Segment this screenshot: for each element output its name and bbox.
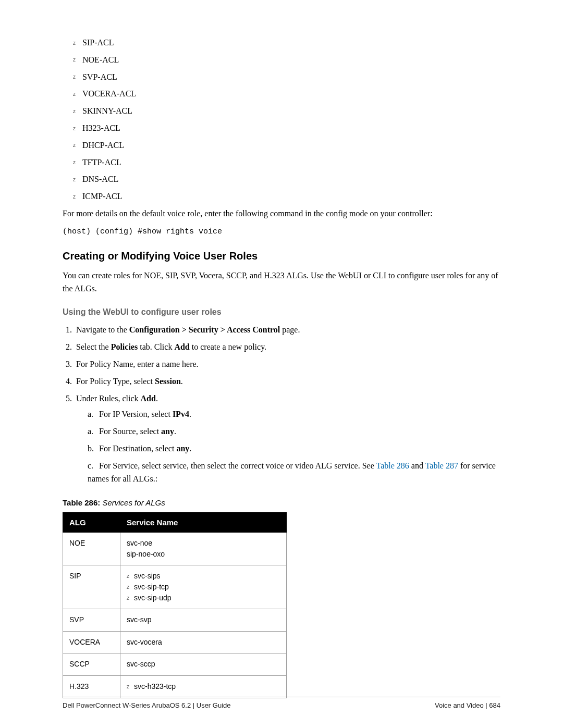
cell-alg: SVP (63, 609, 120, 631)
text: . (174, 427, 176, 436)
text: For Source, select (99, 427, 161, 436)
table-row: SCCPsvc-sccp (63, 653, 287, 676)
footer-left: Dell PowerConnect W-Series ArubaOS 6.2 |… (63, 701, 231, 709)
text: . (189, 410, 191, 418)
substep-c: c.For Service, select service, then sele… (88, 460, 500, 486)
services-table: ALG Service Name NOEsvc-noesip-noe-oxoSI… (63, 512, 287, 698)
table-row: SIPsvc-sipssvc-sip-tcpsvc-sip-udp (63, 565, 287, 609)
list-item: H323-ACL (73, 122, 500, 135)
steps-list: Navigate to the Configuration > Security… (63, 324, 500, 485)
caption-number: Table 286: (63, 498, 100, 507)
substep-b: b.For Destination, select any. (88, 442, 500, 455)
table-row: VOCERAsvc-vocera (63, 631, 287, 653)
service-name: svc-h323-tcp (134, 682, 176, 690)
list-item: SVP-ACL (73, 71, 500, 84)
bold-text: Add (174, 342, 189, 351)
bold-text: Policies (111, 342, 138, 351)
service-entry: svc-sip-udp (127, 593, 280, 603)
list-item: DNS-ACL (73, 173, 500, 186)
list-item: TFTP-ACL (73, 156, 500, 169)
service-entry: svc-svp (127, 614, 280, 625)
service-entry: svc-sccp (127, 659, 280, 670)
service-name: svc-sip-tcp (134, 583, 169, 591)
text: . (181, 377, 183, 386)
service-entry: sip-noe-oxo (127, 549, 280, 560)
step-2: Select the Policies tab. Click Add to cr… (74, 341, 500, 354)
heading-webui: Using the WebUI to configure user roles (63, 306, 500, 319)
table-row: H.323svc-h323-tcp (63, 675, 287, 698)
bullet-icon (127, 583, 134, 591)
text: For Policy Type, select (76, 377, 155, 386)
bullet-icon (127, 682, 134, 690)
th-service: Service Name (120, 512, 287, 532)
cell-service: svc-h323-tcp (120, 675, 287, 698)
cell-service: svc-svp (120, 609, 287, 631)
th-alg: ALG (63, 512, 120, 532)
link-table-286[interactable]: Table 286 (376, 461, 409, 470)
page-footer: Dell PowerConnect W-Series ArubaOS 6.2 |… (63, 697, 500, 709)
cell-alg: H.323 (63, 675, 120, 698)
step-5: Under Rules, click Add. a.For IP Version… (74, 392, 500, 486)
table-caption: Table 286: Services for ALGs (63, 497, 500, 509)
acl-list: SIP-ACL NOE-ACL SVP-ACL VOCERA-ACL SKINN… (63, 36, 500, 203)
details-paragraph: For more details on the default voice ro… (63, 207, 500, 220)
text: For IP Version, select (99, 410, 173, 418)
list-item: SKINNY-ACL (73, 105, 500, 118)
content-body: SIP-ACL NOE-ACL SVP-ACL VOCERA-ACL SKINN… (63, 36, 500, 698)
service-entry: svc-sips (127, 571, 280, 582)
code-block: (host) (config) #show rights voice (63, 226, 500, 238)
service-name: svc-sips (134, 572, 161, 580)
list-item: DHCP-ACL (73, 139, 500, 152)
bold-text: any (176, 444, 189, 453)
cell-alg: SCCP (63, 653, 120, 676)
list-item: ICMP-ACL (73, 190, 500, 203)
service-entry: svc-vocera (127, 637, 280, 648)
list-item: SIP-ACL (73, 36, 500, 50)
text: Select the (76, 342, 111, 351)
text: . (189, 444, 191, 453)
bold-text: Add (141, 394, 156, 403)
heading-creating: Creating or Modifying Voice User Roles (63, 248, 500, 264)
text: tab. Click (138, 342, 174, 351)
substep-a1: a.For IP Version, select IPv4. (88, 408, 500, 421)
cell-service: svc-vocera (120, 631, 287, 653)
cell-alg: VOCERA (63, 631, 120, 653)
step-1: Navigate to the Configuration > Security… (74, 324, 500, 337)
bold-text: IPv4 (173, 410, 189, 418)
link-table-287[interactable]: Table 287 (425, 461, 458, 470)
service-entry: svc-noe (127, 538, 280, 549)
text: For Destination, select (99, 444, 176, 453)
step-3: For Policy Name, enter a name here. (74, 358, 500, 371)
text: Navigate to the (76, 325, 129, 334)
text: to create a new policy. (190, 342, 266, 351)
cell-service: svc-sipssvc-sip-tcpsvc-sip-udp (120, 565, 287, 609)
service-entry: svc-h323-tcp (127, 681, 280, 692)
text: and (409, 461, 425, 470)
cell-alg: SIP (63, 565, 120, 609)
bullet-icon (127, 572, 134, 580)
footer-right: Voice and Video | 684 (435, 701, 500, 709)
text: For Service, select service, then select… (99, 461, 376, 470)
step-4: For Policy Type, select Session. (74, 375, 500, 388)
service-name: svc-sip-udp (134, 594, 172, 602)
page: SIP-ACL NOE-ACL SVP-ACL VOCERA-ACL SKINN… (0, 0, 563, 728)
bold-text: any (161, 427, 174, 436)
bold-text: Configuration > Security > Access Contro… (129, 325, 280, 334)
table-row: SVPsvc-svp (63, 609, 287, 631)
substep-a2: a.For Source, select any. (88, 425, 500, 438)
cell-service: svc-sccp (120, 653, 287, 676)
text: Under Rules, click (76, 394, 141, 403)
create-paragraph: You can create roles for NOE, SIP, SVP, … (63, 269, 500, 295)
service-entry: svc-sip-tcp (127, 582, 280, 593)
cell-service: svc-noesip-noe-oxo (120, 532, 287, 565)
bullet-icon (127, 594, 134, 602)
bold-text: Session (155, 377, 181, 386)
text: . (156, 394, 158, 403)
sub-steps: a.For IP Version, select IPv4. a.For Sou… (76, 408, 500, 485)
list-item: NOE-ACL (73, 54, 500, 67)
cell-alg: NOE (63, 532, 120, 565)
table-row: NOEsvc-noesip-noe-oxo (63, 532, 287, 565)
caption-title: Services for ALGs (100, 498, 165, 507)
list-item: VOCERA-ACL (73, 88, 500, 101)
text: page. (280, 325, 300, 334)
